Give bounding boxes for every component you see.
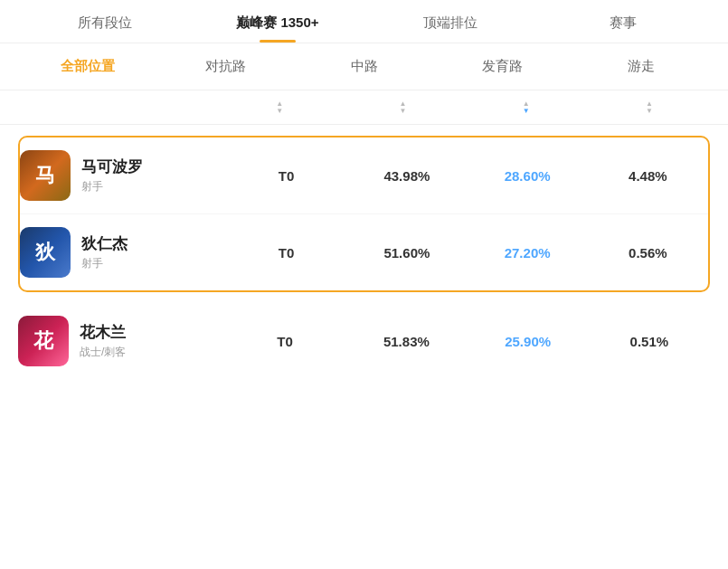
avatar-marco: 马 bbox=[20, 150, 71, 201]
hero-info-di-renjie: 狄仁杰 射手 bbox=[81, 233, 226, 271]
appear-val-di-renjie: 27.20% bbox=[468, 245, 588, 261]
col-header-win[interactable]: ▲ ▼ bbox=[340, 100, 463, 115]
heat-val-mulan: T0 bbox=[224, 334, 345, 349]
avatar-di-renjie: 狄 bbox=[20, 227, 71, 278]
win-val-marco: 43.98% bbox=[346, 168, 467, 184]
position-nav-mid[interactable]: 中路 bbox=[295, 54, 433, 79]
win-val-mulan: 51.83% bbox=[345, 334, 467, 349]
heat-val-marco: T0 bbox=[226, 168, 346, 184]
appear-val-mulan: 25.90% bbox=[468, 334, 589, 349]
hero-type-mulan: 战士/刺客 bbox=[80, 345, 224, 360]
hero-row-marco[interactable]: 马 马可波罗 射手 T0 43.98% 28.60% 4.48% bbox=[20, 138, 708, 214]
position-nav-all-pos[interactable]: 全部位置 bbox=[18, 54, 156, 79]
col-header-appear[interactable]: ▲ ▼ bbox=[464, 100, 587, 115]
top-navigation: 所有段位巅峰赛 1350+顶端排位赛事 bbox=[0, 0, 728, 43]
ban-sort-icon[interactable]: ▲ ▼ bbox=[646, 100, 653, 115]
avatar-mulan: 花 bbox=[18, 316, 69, 366]
heat-val-di-renjie: T0 bbox=[226, 245, 346, 261]
win-sort-icon[interactable]: ▲ ▼ bbox=[399, 100, 406, 115]
position-nav-lane[interactable]: 对抗路 bbox=[156, 54, 295, 79]
hero-info-marco: 马可波罗 射手 bbox=[81, 156, 226, 194]
hero-info-mulan: 花木兰 战士/刺客 bbox=[80, 322, 224, 360]
col-header-ban[interactable]: ▲ ▼ bbox=[587, 100, 710, 115]
top-nav-peak-1350[interactable]: 巅峰赛 1350+ bbox=[191, 14, 364, 43]
ban-val-mulan: 0.51% bbox=[589, 334, 710, 349]
hero-row-mulan[interactable]: 花 花木兰 战士/刺客 T0 51.83% 25.90% 0.51% bbox=[18, 303, 710, 379]
col-header-heat[interactable]: ▲ ▼ bbox=[217, 100, 340, 115]
position-nav-roam[interactable]: 游走 bbox=[572, 54, 710, 79]
appear-sort-icon[interactable]: ▲ ▼ bbox=[523, 100, 530, 115]
hero-name-mulan: 花木兰 bbox=[80, 322, 224, 343]
hero-name-marco: 马可波罗 bbox=[81, 156, 226, 177]
top-nav-match[interactable]: 赛事 bbox=[537, 14, 710, 43]
regular-hero-list: 花 花木兰 战士/刺客 T0 51.83% 25.90% 0.51% bbox=[18, 303, 710, 379]
top-nav-all-rank[interactable]: 所有段位 bbox=[18, 14, 191, 43]
heat-sort-icon[interactable]: ▲ ▼ bbox=[276, 100, 283, 115]
top-nav-top-rank[interactable]: 顶端排位 bbox=[364, 14, 537, 43]
highlighted-group: 马 马可波罗 射手 T0 43.98% 28.60% 4.48% 狄 狄仁杰 射… bbox=[18, 136, 710, 292]
hero-type-marco: 射手 bbox=[81, 179, 226, 194]
table-header: ▲ ▼ ▲ ▼ ▲ ▼ ▲ ▼ bbox=[0, 90, 728, 125]
position-nav-jungle[interactable]: 发育路 bbox=[433, 54, 572, 79]
hero-row-di-renjie[interactable]: 狄 狄仁杰 射手 T0 51.60% 27.20% 0.56% bbox=[20, 214, 708, 290]
hero-type-di-renjie: 射手 bbox=[81, 256, 226, 271]
hero-name-di-renjie: 狄仁杰 bbox=[81, 233, 226, 254]
hero-list: 马 马可波罗 射手 T0 43.98% 28.60% 4.48% 狄 狄仁杰 射… bbox=[0, 136, 728, 379]
win-val-di-renjie: 51.60% bbox=[346, 245, 467, 261]
ban-val-marco: 4.48% bbox=[588, 168, 708, 184]
appear-val-marco: 28.60% bbox=[468, 168, 588, 184]
position-navigation: 全部位置对抗路中路发育路游走 bbox=[0, 43, 728, 90]
ban-val-di-renjie: 0.56% bbox=[588, 245, 708, 261]
